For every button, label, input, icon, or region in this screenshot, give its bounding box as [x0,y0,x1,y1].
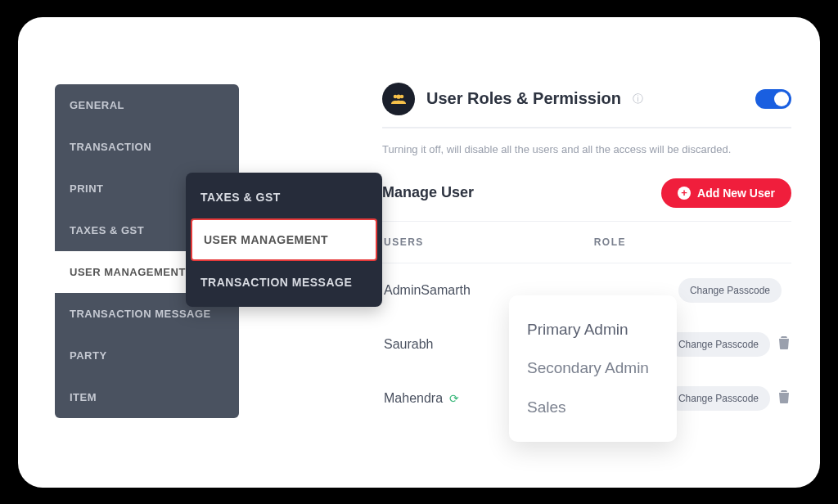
sidebar-item-general[interactable]: GENERAL [55,84,239,126]
float-item-user-management[interactable]: USER MANAGEMENT [191,218,377,261]
delete-icon[interactable] [778,336,790,352]
change-passcode-button[interactable]: Change Passcode [667,386,770,411]
plus-icon: + [678,187,691,200]
manage-user-title: Manage User [382,184,474,201]
sidebar-item-item[interactable]: ITEM [55,376,239,418]
add-new-user-label: Add New User [697,187,775,200]
users-icon [382,83,415,115]
role-dropdown-popover: Primary Admin Secondary Admin Sales [509,295,677,442]
page-title: User Roles & Permission [426,89,621,108]
change-passcode-button[interactable]: Change Passcode [667,332,770,357]
add-new-user-button[interactable]: + Add New User [661,178,791,208]
col-header-users: USERS [384,236,424,248]
sidebar-item-party[interactable]: PARTY [55,335,239,376]
info-icon[interactable]: ⓘ [633,92,643,106]
change-passcode-button[interactable]: Change Passcode [678,278,782,303]
user-name: Mahendra ⟳ [384,391,523,406]
float-item-transaction-message[interactable]: TRANSACTION MESSAGE [186,261,382,304]
float-item-taxes-gst[interactable]: TAXES & GST [186,176,382,218]
user-name: Saurabh [384,337,523,352]
feature-hint-text: Turning it off, will disable all the use… [382,143,791,155]
role-option-sales[interactable]: Sales [527,388,659,427]
role-option-primary-admin[interactable]: Primary Admin [527,310,659,349]
user-name: AdminSamarth [384,283,523,298]
col-header-role: ROLE [594,236,626,248]
sidebar-item-transaction[interactable]: TRANSACTION [55,126,239,168]
sync-icon: ⟳ [447,392,460,405]
feature-toggle[interactable] [755,89,791,109]
manage-user-row: Manage User + Add New User [382,178,791,222]
table-header-row: USERS ROLE [382,233,791,263]
app-window: GENERAL TRANSACTION PRINT TAXES & GST US… [18,17,820,488]
sidebar-float-menu: TAXES & GST USER MANAGEMENT TRANSACTION … [186,173,382,307]
role-option-secondary-admin[interactable]: Secondary Admin [527,349,659,388]
delete-icon[interactable] [778,390,790,406]
svg-point-2 [396,94,400,98]
header-row: User Roles & Permission ⓘ [382,83,791,128]
